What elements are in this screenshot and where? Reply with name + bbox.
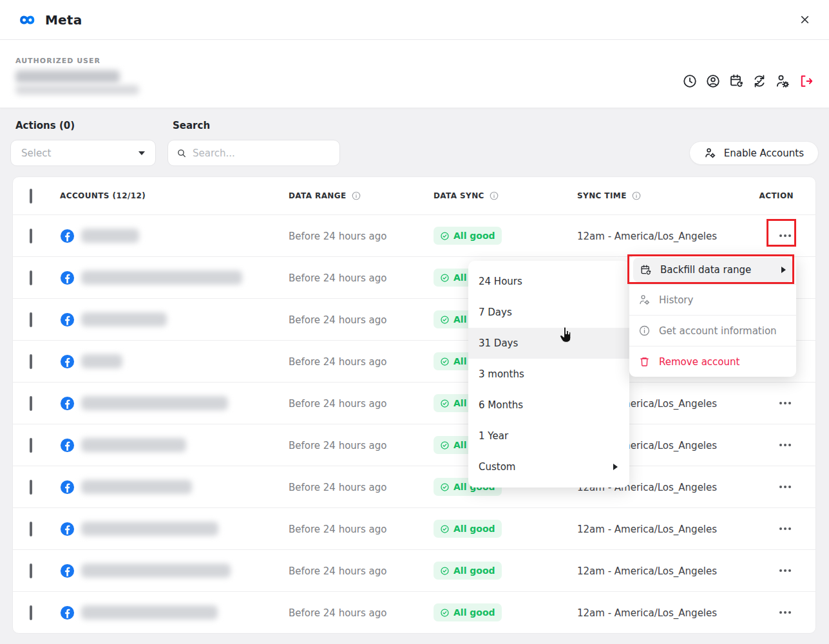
row-actions-menu-button[interactable] [777,439,794,451]
menu-item-history[interactable]: History [629,284,796,315]
user-settings-icon[interactable] [775,73,790,89]
enable-accounts-button[interactable]: Enable Accounts [689,141,819,165]
menu-item-label: Get account information [659,325,777,337]
data-sync-badge: All good [434,227,502,245]
menu-item-remove-account[interactable]: Remove account [629,346,796,377]
submenu-item-label: 24 Hours [479,276,522,287]
info-icon[interactable] [489,191,499,201]
submenu-item[interactable]: Custom [468,451,629,482]
meta-accounts-dialog: Meta AUTHORIZED USER [0,0,829,644]
row-actions-menu-button[interactable] [777,606,794,619]
data-sync-badge-label: All good [453,524,495,534]
col-data-sync: DATA SYNC [434,191,577,201]
panel-action-icons [682,66,814,97]
facebook-icon [60,354,75,369]
user-email-redacted [15,85,139,95]
row-checkbox[interactable] [30,564,32,578]
submenu-item[interactable]: 24 Hours [468,266,629,297]
row-checkbox[interactable] [30,480,32,495]
actions-select-value: Select [21,147,51,159]
info-icon[interactable] [631,191,642,201]
table-row: Before 24 hours ago All good 12am - Amer… [13,466,815,507]
accounts-table: ACCOUNTS (12/12) DATA RANGE DATA SYNC SY… [12,176,816,634]
backfill-calendar-icon[interactable] [729,73,744,89]
trash-icon [638,355,651,368]
facebook-icon [60,312,75,327]
data-range-text: Before 24 hours ago [289,565,387,577]
row-checkbox[interactable] [30,229,32,243]
account-name-blur [81,605,218,620]
search-input[interactable] [193,147,321,159]
menu-item-label: Backfill data range [660,264,751,276]
submenu-item[interactable]: 3 months [468,359,629,390]
account-name-blur [81,522,218,536]
facebook-icon [60,438,75,453]
row-actions-menu-button[interactable] [777,229,794,242]
row-checkbox[interactable] [30,605,32,620]
user-settings-icon [704,147,716,159]
logout-icon[interactable] [798,73,814,89]
col-accounts: ACCOUNTS (12/12) [60,191,289,200]
row-actions-menu-button[interactable] [777,480,794,493]
account-cell [60,354,289,369]
account-name-blur [81,270,242,285]
search-icon [176,148,187,158]
row-checkbox[interactable] [30,522,32,536]
table-row: Before 24 hours ago All good 12am - Amer… [13,424,815,466]
submenu-item-label: 3 months [479,368,524,380]
row-checkbox[interactable] [30,396,32,411]
table-header-row: ACCOUNTS (12/12) DATA RANGE DATA SYNC SY… [13,177,815,214]
row-actions-menu-button[interactable] [777,397,794,410]
close-icon[interactable] [796,11,814,29]
menu-item-get-account-information[interactable]: Get account information [629,315,796,346]
facebook-icon [60,564,75,578]
row-checkbox[interactable] [30,354,32,369]
account-cell [60,480,289,495]
submenu-item[interactable]: 31 Days [468,328,629,359]
data-range-text: Before 24 hours ago [289,272,387,284]
row-checkbox[interactable] [30,270,32,285]
data-range-text: Before 24 hours ago [289,398,387,410]
facebook-icon [60,605,75,620]
select-all-checkbox[interactable] [30,189,32,204]
menu-item-label: Remove account [659,356,739,368]
row-checkbox[interactable] [30,312,32,327]
clock-icon[interactable] [682,73,698,89]
table-row: Before 24 hours ago All good 12am - Amer… [13,591,815,633]
sync-status-icon[interactable] [752,73,767,89]
col-action: ACTION [747,191,815,200]
check-circle-icon [440,440,450,450]
submenu-item[interactable]: 1 Year [468,421,629,451]
account-cell [60,229,289,243]
row-checkbox[interactable] [30,438,32,453]
submenu-item-label: Custom [479,461,515,473]
backfill-submenu: 24 Hours 7 Days 31 Days 3 months 6 Month… [468,261,629,488]
chevron-right-icon [613,464,618,470]
account-circle-icon[interactable] [705,73,721,89]
check-circle-icon [440,608,450,618]
check-circle-icon [440,231,450,241]
account-cell [60,605,289,620]
toolbar: Actions (0) Select Search Enable Account… [10,120,819,166]
submenu-item[interactable]: 6 Months [468,390,629,421]
table-row: Before 24 hours ago All good 12am - Amer… [13,214,815,256]
info-icon[interactable] [351,191,361,201]
table-row: Before 24 hours ago All good 12am - Amer… [13,382,815,424]
submenu-item[interactable]: 7 Days [468,297,629,328]
row-actions-menu-button[interactable] [777,522,794,535]
data-sync-badge-label: All good [453,565,495,576]
data-sync-badge-label: All good [453,607,495,618]
authorized-user-label: AUTHORIZED USER [15,57,139,65]
actions-field: Actions (0) Select [10,120,156,166]
brand: Meta [15,12,82,28]
menu-item-backfill-data-range[interactable]: Backfill data range [629,256,796,284]
title-bar: Meta [0,0,829,40]
row-actions-menu-button[interactable] [777,564,794,577]
data-range-text: Before 24 hours ago [289,356,387,368]
actions-select[interactable]: Select [10,140,156,166]
account-cell [60,438,289,453]
account-name-blur [81,396,228,410]
data-sync-badge: All good [434,603,502,621]
data-range-text: Before 24 hours ago [289,524,387,535]
check-circle-icon [440,357,450,366]
